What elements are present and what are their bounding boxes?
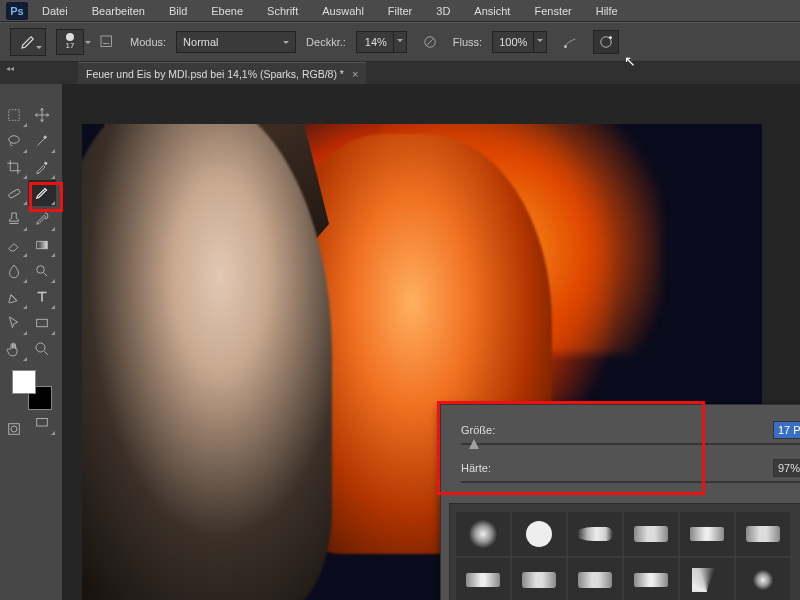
foreground-color[interactable] [12,370,36,394]
flow-input[interactable]: 100% [492,31,534,53]
healing-tool[interactable] [0,180,28,206]
svg-point-12 [36,343,45,352]
brush-preset[interactable] [568,558,622,600]
document-tab-bar: Feuer und Eis by MDI.psd bei 14,1% (Spar… [0,62,800,84]
brush-preset[interactable] [456,512,510,556]
opacity-dropdown[interactable] [393,31,407,53]
highlight-brush-tool [29,182,63,212]
pressure-size-toggle[interactable] [593,30,619,54]
quickmask-icon [5,420,23,438]
svg-rect-8 [8,189,21,199]
brush-preset[interactable] [456,558,510,600]
quickmask-toggle[interactable] [0,416,28,442]
svg-point-7 [44,162,47,165]
move-icon [33,106,51,124]
svg-point-6 [9,136,20,144]
eraser-tool[interactable] [0,232,28,258]
brush-preset[interactable] [736,558,790,600]
brush-preset[interactable] [512,558,566,600]
screenmode-icon [33,414,51,432]
dodge-icon [33,262,51,280]
wand-icon [33,132,51,150]
app-logo: Ps [6,2,28,20]
brush-preset[interactable] [624,558,678,600]
path-select-tool[interactable] [0,310,28,336]
document-tab[interactable]: Feuer und Eis by MDI.psd bei 14,1% (Spar… [78,62,366,84]
history-brush-icon [33,210,51,228]
menu-image[interactable]: Bild [159,2,197,20]
zoom-tool[interactable] [28,336,56,362]
eyedropper-tool[interactable] [28,154,56,180]
menu-3d[interactable]: 3D [426,2,460,20]
menu-view[interactable]: Ansicht [464,2,520,20]
pressure-size-icon [597,33,615,51]
bandaid-icon [5,184,23,202]
move-tool[interactable] [28,102,56,128]
magic-wand-tool[interactable] [28,128,56,154]
artwork-man [82,124,332,600]
shape-tool[interactable] [28,310,56,336]
eraser-icon [5,236,23,254]
type-tool[interactable] [28,284,56,310]
color-swatches[interactable] [12,370,52,410]
hand-icon [5,340,23,358]
crop-tool[interactable] [0,154,28,180]
svg-rect-0 [101,36,112,47]
brush-panel-toggle[interactable] [94,30,120,54]
svg-point-2 [564,45,567,48]
brush-preset[interactable] [736,512,790,556]
eyedropper-icon [33,158,51,176]
canvas-area[interactable]: Größe: 17 Px Härte: 97% [62,84,800,600]
mode-label: Modus: [130,36,166,48]
hardness-input[interactable]: 97% [773,459,800,477]
type-icon [33,288,51,306]
brush-preset-picker[interactable]: 17 [56,29,84,55]
hand-tool[interactable] [0,336,28,362]
dodge-tool[interactable] [28,258,56,284]
gradient-icon [33,236,51,254]
brush-icon [19,33,37,51]
airbrush-toggle[interactable] [557,30,583,54]
arrow-icon [5,314,23,332]
flow-dropdown[interactable] [533,31,547,53]
lasso-icon [5,132,23,150]
stamp-tool[interactable] [0,206,28,232]
brush-preset[interactable] [512,512,566,556]
brush-size-number: 17 [66,41,75,50]
menu-select[interactable]: Auswahl [312,2,374,20]
marquee-icon [5,106,23,124]
menu-layer[interactable]: Ebene [201,2,253,20]
blend-mode-select[interactable]: Normal [176,31,296,53]
stamp-icon [5,210,23,228]
menu-type[interactable]: Schrift [257,2,308,20]
menu-edit[interactable]: Bearbeiten [82,2,155,20]
blur-tool[interactable] [0,258,28,284]
marquee-tool[interactable] [0,102,28,128]
lasso-tool[interactable] [0,128,28,154]
brush-preset[interactable] [568,512,622,556]
menu-file[interactable]: Datei [32,2,78,20]
highlight-brush-settings [437,401,705,495]
svg-point-14 [11,426,17,432]
blur-icon [5,262,23,280]
tool-preset-picker[interactable] [10,28,46,56]
brush-preset[interactable] [680,512,734,556]
opacity-input[interactable]: 14% [356,31,394,53]
menu-window[interactable]: Fenster [524,2,581,20]
svg-rect-11 [37,319,48,327]
brush-panel-icon [98,33,116,51]
brush-preset[interactable] [624,512,678,556]
crop-icon [5,158,23,176]
pen-tool[interactable] [0,284,28,310]
screenmode-toggle[interactable] [28,410,56,436]
menu-filter[interactable]: Filter [378,2,422,20]
brush-preset[interactable] [680,558,734,600]
pressure-opacity-toggle[interactable] [417,30,443,54]
pressure-icon [421,33,439,51]
size-input[interactable]: 17 Px [773,421,800,439]
gradient-tool[interactable] [28,232,56,258]
menu-help[interactable]: Hilfe [586,2,628,20]
svg-point-10 [37,266,45,274]
svg-rect-9 [37,241,48,249]
close-tab-icon[interactable]: × [352,68,358,80]
